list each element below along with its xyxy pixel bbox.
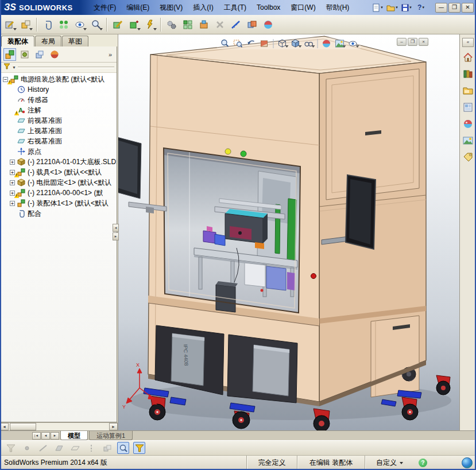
filter-clear-icon[interactable] (5, 442, 17, 454)
quick-tips-icon[interactable]: ? (419, 459, 427, 467)
edit-appearance-icon[interactable] (320, 38, 333, 49)
tab-motion-study-1[interactable]: 运动算例1 (89, 431, 133, 440)
displaymanager-tab-icon[interactable] (48, 48, 61, 61)
tab-layout[interactable]: 布局 (35, 36, 61, 46)
edit-component-icon[interactable] (2, 17, 17, 32)
task-pane-collapse-button[interactable]: « (462, 38, 474, 47)
design-library-icon[interactable] (462, 68, 474, 80)
custom-properties-icon[interactable] (462, 151, 474, 164)
menu-window[interactable]: 窗口(W) (285, 0, 320, 15)
tree-item-sensors[interactable]: 传感器 (1, 95, 117, 105)
panel-splitter[interactable]: ◄ ► (113, 224, 119, 240)
red-button[interactable] (311, 274, 316, 279)
tree-item-screwdriver-fixture-part[interactable]: + (-) 电批固定<1> (默认<默认 (1, 177, 117, 188)
scenes-icon[interactable] (462, 134, 474, 147)
tab-scroll-left-button[interactable]: ◄ (41, 432, 50, 440)
scroll-right-button[interactable]: ► (109, 423, 118, 430)
component-pattern-icon[interactable] (180, 17, 195, 32)
tree-item-front-plane[interactable]: 前视基准面 (1, 115, 117, 126)
menu-view[interactable]: 视图(V) (154, 0, 188, 15)
save-button[interactable]: ▾ (400, 2, 413, 13)
magnified-selection-icon[interactable] (117, 442, 129, 454)
assembly-features-icon[interactable] (196, 17, 211, 32)
expand-icon[interactable]: + (10, 160, 15, 165)
scroll-left-button[interactable]: ◄ (0, 423, 9, 430)
menu-insert[interactable]: 插入(I) (188, 0, 218, 15)
view-palette-icon[interactable] (462, 101, 474, 114)
tree-item-root-assembly[interactable]: − 电源组装总装配 (默认<默认 (1, 74, 117, 84)
filter-planes-icon[interactable] (69, 442, 81, 454)
filter-faces-icon[interactable] (53, 442, 65, 454)
insert-components-icon[interactable] (18, 17, 33, 32)
zoom-tools-icon[interactable] (88, 17, 103, 32)
section-view-icon[interactable] (258, 38, 271, 49)
doc-restore-button[interactable]: ❐ (408, 38, 417, 46)
menu-tools[interactable]: 工具(T) (219, 0, 251, 15)
menu-toolbox[interactable]: Toolbox (251, 0, 285, 15)
filter-axes-icon[interactable] (85, 442, 97, 454)
measure-icon[interactable] (229, 17, 243, 32)
expand-icon[interactable]: + (10, 180, 15, 185)
help-button[interactable]: ?▾ (415, 2, 427, 13)
3d-model[interactable]: IPC 4408 X Y Z (118, 34, 459, 430)
filter-dropdown-arrow[interactable]: ▼ (12, 65, 16, 69)
graphics-area[interactable]: IPC 4408 X Y Z (118, 34, 459, 430)
display-style-icon[interactable] (289, 38, 302, 49)
tree-item-origin[interactable]: 原点 (1, 146, 117, 157)
featuremanager-tab-icon[interactable] (3, 48, 16, 61)
tree-item-assembly1-subassembly[interactable]: + (-) 装配体1<1> (默认<默认 (1, 198, 117, 208)
maximize-button[interactable]: ❐ (448, 3, 460, 13)
panel-overflow-chevron[interactable]: » (109, 51, 114, 58)
tab-scroll-right-button[interactable]: ► (51, 432, 59, 440)
filter-edges-icon[interactable] (37, 442, 49, 454)
zoom-fit-icon[interactable] (219, 38, 231, 49)
splitter-right-arrow[interactable]: ► (113, 232, 119, 240)
tab-assembly[interactable]: 装配体 (1, 36, 34, 46)
zoom-area-icon[interactable] (232, 38, 245, 49)
edit-part-icon[interactable] (110, 17, 125, 32)
menu-file[interactable]: 文件(F) (88, 0, 121, 15)
tree-item-carrier-subassembly[interactable]: + (-) 载具<1> (默认<<默认 (1, 167, 117, 177)
appearances-icon[interactable] (462, 118, 474, 130)
scrollbar-thumb[interactable] (10, 423, 36, 430)
file-explorer-icon[interactable] (462, 84, 474, 97)
view-orientation-icon[interactable] (276, 38, 289, 49)
show-hidden-components-icon[interactable] (72, 17, 87, 32)
tree-item-right-plane[interactable]: 右视基准面 (1, 136, 117, 146)
view-settings-icon[interactable] (347, 38, 359, 49)
delete-icon[interactable] (212, 17, 227, 32)
front-window[interactable] (164, 148, 300, 313)
network-globe-icon[interactable] (462, 457, 473, 468)
home-icon[interactable] (462, 51, 474, 64)
configurationmanager-tab-icon[interactable] (33, 48, 46, 61)
open-document-button[interactable]: ▾ (386, 2, 398, 13)
tree-item-mates[interactable]: 配合 (1, 208, 117, 219)
tree-item-21210a-subassembly[interactable]: + (-) 21210A-00-00<1> (默 (1, 188, 117, 198)
close-button[interactable]: ✕ (462, 3, 474, 13)
doc-minimize-button[interactable]: – (397, 38, 407, 46)
tree-item-base-plate-part[interactable]: + (-) 21210A-01-01大底板.SLD1-BZ (1, 157, 117, 167)
smart-fasteners-icon[interactable] (142, 17, 157, 32)
splitter-left-arrow[interactable]: ◄ (113, 224, 119, 232)
filter-components-icon[interactable] (101, 442, 113, 454)
minimize-button[interactable]: — (435, 3, 447, 13)
interference-detection-icon[interactable] (245, 17, 260, 32)
side-monitor[interactable] (118, 137, 141, 199)
filter-icon[interactable] (3, 63, 10, 72)
insert-new-part-icon[interactable] (126, 17, 141, 32)
menu-edit[interactable]: 编辑(E) (121, 0, 154, 15)
tree-item-history[interactable]: History (1, 84, 117, 95)
new-document-button[interactable]: ▾ (371, 2, 384, 13)
tree-item-top-plane[interactable]: 上视基准面 (1, 126, 117, 136)
apply-scene-icon[interactable] (334, 38, 346, 49)
scrollbar-track[interactable] (36, 423, 109, 430)
linear-component-pattern-icon[interactable] (56, 17, 71, 32)
mate-icon[interactable] (40, 17, 55, 32)
doc-close-button[interactable]: × (419, 38, 428, 46)
tree-item-annotations[interactable]: A 注解 (1, 105, 117, 115)
filter-vertices-icon[interactable] (21, 442, 33, 454)
tab-model[interactable]: 模型 (60, 431, 88, 440)
hide-show-items-icon[interactable] (303, 38, 315, 49)
assembly-settings-icon[interactable] (164, 17, 179, 32)
tab-scroll-first-button[interactable]: |◄ (32, 432, 41, 440)
